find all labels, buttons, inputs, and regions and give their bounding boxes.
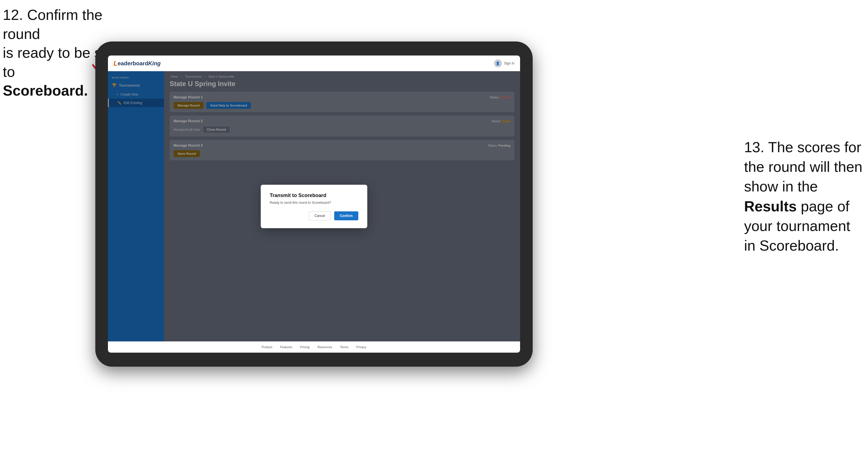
logo-rest: eaderboard <box>118 60 148 67</box>
instruction-round: the round will then <box>744 159 862 175</box>
footer-product[interactable]: Product <box>261 345 272 349</box>
footer-resources[interactable]: Resources <box>317 345 332 349</box>
logo: L eaderboard King <box>114 59 161 67</box>
tablet-screen: L eaderboard King 👤 Sign In MAIN MENU 🏆 … <box>108 56 520 353</box>
footer-privacy[interactable]: Privacy <box>356 345 366 349</box>
avatar: 👤 <box>494 59 502 67</box>
modal-overlay: Transmit to Scoreboard Ready to send thi… <box>108 71 520 341</box>
step-number-top: 12. <box>3 7 23 23</box>
step-number-bottom: 13. <box>744 139 764 155</box>
footer-pricing[interactable]: Pricing <box>300 345 310 349</box>
instruction-bottom: 13. The scores for the round will then s… <box>744 137 862 255</box>
instruction-tournament: your tournament <box>744 218 850 234</box>
modal-subtitle: Ready to send this round to Scoreboard? <box>270 201 358 205</box>
instruction-bold: Scoreboard. <box>3 83 88 99</box>
footer-terms[interactable]: Terms <box>340 345 348 349</box>
logo-king: King <box>148 60 161 67</box>
instruction-page: page of <box>801 198 849 214</box>
navbar: L eaderboard King 👤 Sign In <box>108 56 520 71</box>
modal-actions: Cancel Confirm <box>270 211 358 220</box>
instruction-scoreboard: in Scoreboard. <box>744 238 839 254</box>
logo-l: L <box>114 59 118 67</box>
modal-title: Transmit to Scoreboard <box>270 193 358 198</box>
tablet-frame: L eaderboard King 👤 Sign In MAIN MENU 🏆 … <box>95 41 533 367</box>
confirm-button[interactable]: Confirm <box>334 211 358 220</box>
instruction-scores: The scores for <box>768 139 861 155</box>
footer-features[interactable]: Features <box>280 345 292 349</box>
nav-right: 👤 Sign In <box>494 59 515 67</box>
instruction-show: show in the <box>744 178 818 194</box>
signin-link[interactable]: Sign In <box>504 61 515 65</box>
footer: Product Features Pricing Resources Terms… <box>108 341 520 353</box>
instruction-results-bold: Results <box>744 198 797 214</box>
transmit-modal: Transmit to Scoreboard Ready to send thi… <box>261 185 367 228</box>
cancel-button[interactable]: Cancel <box>309 211 331 220</box>
